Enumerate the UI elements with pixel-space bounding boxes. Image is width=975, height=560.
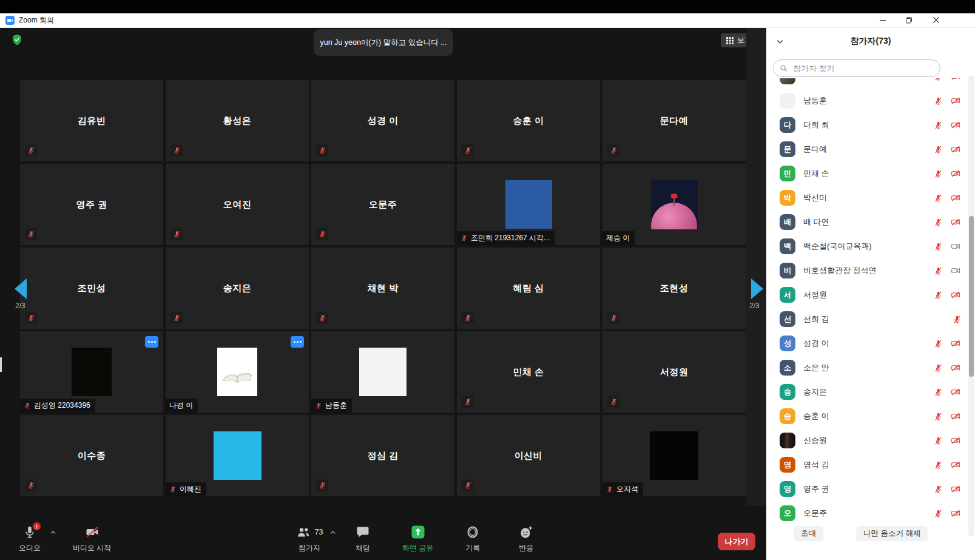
video-tile[interactable]: 나경 이: [166, 331, 309, 413]
mic-muted-icon: [316, 228, 328, 240]
mic-muted-icon: [462, 479, 474, 491]
participant-name: 영주 권: [803, 484, 934, 494]
panel-scrollbar[interactable]: [968, 75, 974, 536]
video-tile[interactable]: 송지은: [166, 248, 309, 329]
window-edge-handle[interactable]: [0, 357, 2, 372]
video-tile[interactable]: 오지석: [602, 415, 746, 496]
window-top-strip: [0, 0, 975, 13]
toolbar-participants-button[interactable]: 73참가자: [295, 524, 323, 553]
video-tile[interactable]: 문다예: [602, 80, 746, 161]
mic-muted-icon: [462, 144, 474, 157]
video-tile[interactable]: 김유빈: [20, 80, 163, 161]
video-tile[interactable]: 승훈 이: [457, 80, 600, 161]
leave-button[interactable]: 나가기: [718, 533, 755, 550]
participant-row[interactable]: 남동훈: [766, 89, 975, 113]
video-tile[interactable]: 조민성: [20, 248, 163, 329]
participant-row[interactable]: 박박선미: [766, 186, 975, 210]
participant-row[interactable]: 송송지은: [766, 380, 975, 404]
tile-name-label: 조민희 21931267 시각...: [457, 231, 555, 245]
video-tile[interactable]: 영주 권: [20, 164, 163, 245]
mic-muted-icon: [462, 312, 474, 324]
toolbar-label: 채팅: [356, 543, 370, 553]
participant-name: 조현성: [602, 248, 746, 329]
video-tile[interactable]: 서정원: [602, 331, 746, 413]
participant-row[interactable]: 민민채 손: [766, 161, 975, 186]
close-button[interactable]: [927, 13, 945, 27]
participant-row[interactable]: 영영주 권: [766, 477, 975, 501]
next-page-arrow[interactable]: [751, 278, 763, 299]
video-tile[interactable]: 채현 박: [311, 248, 454, 329]
participant-row[interactable]: 다다희 최: [766, 113, 975, 137]
video-tile[interactable]: 민채 손: [457, 331, 600, 413]
video-tile[interactable]: 김성영 22034396: [20, 331, 163, 413]
toolbar-label: 비디오 시작: [73, 543, 111, 553]
video-grid: 김유빈황성은성경 이승훈 이문다예영주 권오여진오문주조민희 21931267 …: [20, 80, 746, 496]
video-tile[interactable]: 조민희 21931267 시각...: [457, 164, 600, 245]
toolbar-audio-button[interactable]: !오디오: [16, 524, 44, 553]
video-tile[interactable]: 오문주: [311, 164, 454, 245]
participant-name: 다희 최: [803, 120, 934, 130]
video-tile[interactable]: 이수종: [20, 415, 163, 496]
participant-name: 김유빈: [20, 80, 163, 161]
video-tile[interactable]: 성경 이: [311, 80, 454, 161]
scrollbar-thumb[interactable]: [969, 216, 974, 377]
mic-icon: !: [22, 525, 37, 539]
video-tile[interactable]: 황성은: [166, 80, 309, 161]
mic-muted-icon: [24, 402, 31, 410]
mic-muted-icon: [25, 144, 37, 157]
search-input[interactable]: [792, 63, 934, 73]
toolbar-video-button[interactable]: 비디오 시작: [73, 524, 111, 553]
toolbar-reactions-button[interactable]: 반응: [512, 524, 540, 553]
minimize-button[interactable]: [874, 13, 892, 27]
video-off-icon: [950, 339, 962, 348]
security-shield-icon[interactable]: [12, 34, 22, 47]
video-off-icon: [950, 193, 962, 203]
chevron-up-icon[interactable]: [49, 528, 57, 536]
participant-row[interactable]: 영영석 김: [766, 453, 975, 477]
video-tile[interactable]: 조현성: [602, 248, 746, 329]
participant-row[interactable]: 소소은 안: [766, 356, 975, 380]
toolbar-record-button[interactable]: 기록: [459, 524, 487, 553]
video-tile[interactable]: 이신비: [457, 415, 600, 496]
video-tile[interactable]: 정심 김: [311, 415, 454, 496]
participant-row[interactable]: 문문다예: [766, 137, 975, 161]
unmute-myself-button[interactable]: 나만 음소거 해제: [856, 526, 928, 541]
video-tile[interactable]: 혜림 심: [457, 248, 600, 329]
participant-row[interactable]: 비비호생활관장 정석연: [766, 258, 975, 283]
video-off-icon: [950, 436, 962, 445]
video-tile[interactable]: 이혜진: [166, 415, 309, 496]
participant-row[interactable]: 신승원: [766, 428, 975, 453]
participant-row[interactable]: 백백순철(국어교육과): [766, 234, 975, 258]
participant-row[interactable]: 오오문주: [766, 501, 975, 521]
video-off-icon: [85, 525, 100, 539]
restore-button[interactable]: [900, 13, 918, 27]
toolbar-chat-button[interactable]: 채팅: [349, 524, 377, 553]
tile-name-label: 오지석: [602, 482, 643, 496]
avatar: [780, 93, 795, 109]
tile-options-button[interactable]: [291, 336, 304, 348]
prev-page-arrow[interactable]: [15, 278, 27, 299]
video-tile[interactable]: 오여진: [166, 164, 309, 245]
zoom-meeting-window: Zoom 회의 yun Ju yeon이(가) 말하고 있습니다 ... 보기 …: [0, 0, 975, 560]
tile-options-button[interactable]: [145, 336, 158, 348]
invite-button[interactable]: 초대: [794, 526, 823, 541]
chevron-up-icon[interactable]: [329, 528, 337, 536]
participant-row[interactable]: 배배 다연: [766, 210, 975, 234]
video-off-icon: [950, 217, 962, 227]
participant-name: 조민희 21931267 시각...: [471, 232, 550, 244]
participant-row[interactable]: 선선희 김: [766, 307, 975, 331]
video-tile[interactable]: 제승 이: [602, 164, 746, 245]
participant-row[interactable]: 서서정원: [766, 283, 975, 307]
avatar: 백: [780, 238, 795, 254]
participant-name: 나경 이: [169, 399, 193, 411]
toolbar-share-button[interactable]: 화면 공유: [402, 524, 433, 553]
video-tile[interactable]: 남동훈: [311, 331, 454, 413]
participant-name: 민채 손: [457, 331, 600, 413]
avatar: [780, 433, 795, 448]
participant-row[interactable]: 성성경 이: [766, 331, 975, 356]
avatar: 민: [780, 166, 795, 181]
avatar: 송: [780, 384, 795, 400]
participant-row[interactable]: 승승훈 이: [766, 404, 975, 428]
participant-name: 채현 박: [311, 248, 454, 329]
participant-name: 이혜진: [180, 483, 201, 495]
